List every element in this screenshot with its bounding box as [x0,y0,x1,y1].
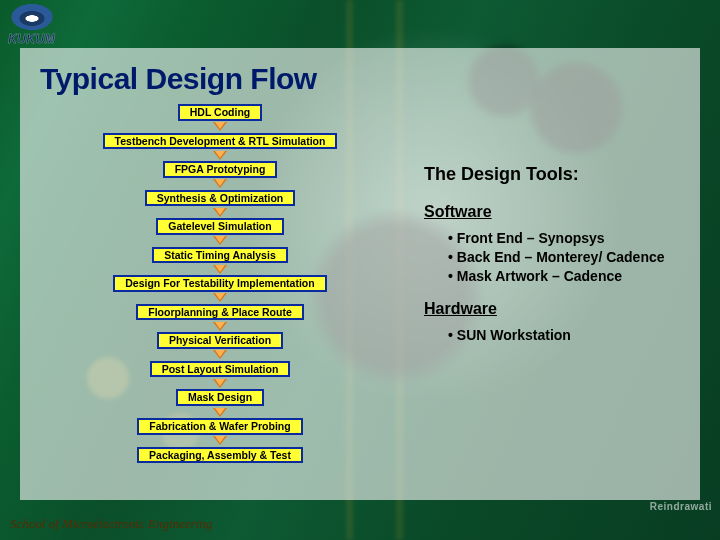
flow-step: Design For Testability Implementation [113,275,326,292]
arrow-down-icon [213,436,227,445]
arrow-down-icon [213,179,227,188]
slide: KUKUM Typical Design Flow HDL Coding Tes… [0,0,720,540]
arrow-down-icon [213,208,227,217]
flow-step: Floorplanning & Place Route [136,304,304,321]
flow-step: Synthesis & Optimization [145,190,296,207]
arrow-down-icon [213,236,227,245]
flow-step: Physical Verification [157,332,283,349]
software-heading: Software [424,203,680,221]
hardware-heading: Hardware [424,300,680,318]
arrow-down-icon [213,408,227,417]
hardware-list: • SUN Workstation [448,326,680,345]
tools-heading: The Design Tools: [424,164,680,185]
list-item: • SUN Workstation [448,326,680,345]
arrow-down-icon [213,322,227,331]
arrow-down-icon [213,122,227,131]
flow-step: Mask Design [176,389,264,406]
flow-diagram: HDL Coding Testbench Development & RTL S… [40,104,400,463]
list-item: • Front End – Synopsys [448,229,680,248]
flow-step: Gatelevel Simulation [156,218,283,235]
flow-step: FPGA Prototyping [163,161,278,178]
list-item: • Mask Artwork – Cadence [448,267,680,286]
tools-column: The Design Tools: Software • Front End –… [424,104,680,463]
flow-step: HDL Coding [178,104,262,121]
flow-step: Packaging, Assembly & Test [137,447,303,464]
arrow-down-icon [213,265,227,274]
arrow-down-icon [213,151,227,160]
flow-step: Static Timing Analysis [152,247,287,264]
arrow-down-icon [213,350,227,359]
footer-text: School of Microelectronic Engineering [10,516,212,532]
list-item: • Back End – Monterey/ Cadence [448,248,680,267]
columns: HDL Coding Testbench Development & RTL S… [40,104,680,463]
logo-swirl-icon [10,2,54,32]
arrow-down-icon [213,293,227,302]
logo: KUKUM [8,2,55,46]
logo-text: KUKUM [8,32,55,46]
software-list: • Front End – Synopsys • Back End – Mont… [448,229,680,286]
slide-title: Typical Design Flow [40,62,680,96]
flow-step: Fabrication & Wafer Probing [137,418,302,435]
flow-step: Testbench Development & RTL Simulation [103,133,338,150]
content-panel: Typical Design Flow HDL Coding Testbench… [20,48,700,500]
watermark: Reindrawati [650,501,712,512]
flow-step: Post Layout Simulation [150,361,291,378]
arrow-down-icon [213,379,227,388]
